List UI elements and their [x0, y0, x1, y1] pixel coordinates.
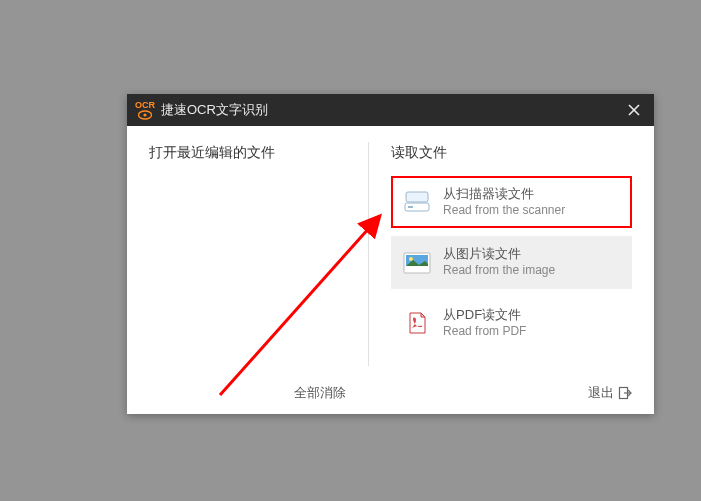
svg-point-1	[143, 113, 146, 116]
exit-button[interactable]: 退出	[588, 384, 614, 402]
option-label-en: Read from the image	[443, 263, 555, 279]
exit-icon[interactable]	[618, 386, 632, 400]
titlebar: OCR 捷速OCR文字识别	[127, 94, 654, 126]
window-title: 捷速OCR文字识别	[161, 101, 268, 119]
pdf-icon	[403, 311, 431, 335]
clear-all-button[interactable]: 全部消除	[294, 384, 346, 402]
scanner-icon	[403, 190, 431, 214]
read-file-panel: 读取文件 从扫描器读文件 Read from the scanner	[369, 126, 654, 414]
option-read-from-pdf[interactable]: 从PDF读文件 Read from PDF	[391, 297, 632, 349]
recent-files-heading: 打开最近编辑的文件	[149, 144, 346, 162]
read-file-heading: 读取文件	[391, 144, 632, 162]
option-read-from-image[interactable]: 从图片读文件 Read from the image	[391, 236, 632, 288]
option-label-en: Read from PDF	[443, 324, 526, 340]
option-label-zh: 从扫描器读文件	[443, 186, 565, 203]
svg-rect-4	[406, 192, 428, 202]
eye-icon	[138, 110, 152, 120]
recent-files-panel: 打开最近编辑的文件 全部消除	[127, 126, 368, 414]
app-logo: OCR	[135, 101, 155, 120]
ocr-start-dialog: OCR 捷速OCR文字识别 打开最近编辑的文件 全部消除 读取文件	[127, 94, 654, 414]
svg-point-9	[409, 257, 413, 261]
close-button[interactable]	[622, 98, 646, 122]
option-label-en: Read from the scanner	[443, 203, 565, 219]
svg-rect-6	[408, 206, 413, 208]
close-icon	[628, 104, 640, 116]
option-label-zh: 从PDF读文件	[443, 307, 526, 324]
dialog-body: 打开最近编辑的文件 全部消除 读取文件 从扫描器读文件 Read from th…	[127, 126, 654, 414]
option-label-zh: 从图片读文件	[443, 246, 555, 263]
logo-text: OCR	[135, 101, 155, 110]
option-read-from-scanner[interactable]: 从扫描器读文件 Read from the scanner	[391, 176, 632, 228]
image-icon	[403, 251, 431, 275]
